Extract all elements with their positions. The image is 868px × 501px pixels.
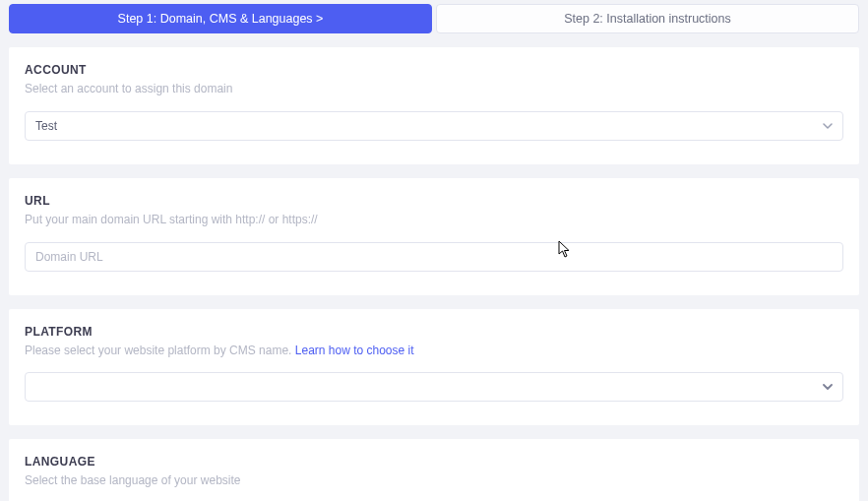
language-title: LANGUAGE xyxy=(25,455,843,469)
platform-card: PLATFORM Please select your website plat… xyxy=(9,309,859,426)
language-card: LANGUAGE Select the base language of you… xyxy=(9,439,859,501)
url-input[interactable] xyxy=(35,243,813,271)
step-tab-2[interactable]: Step 2: Installation instructions xyxy=(436,4,859,33)
platform-subtitle-text: Please select your website platform by C… xyxy=(25,344,295,357)
account-select[interactable]: Test xyxy=(25,111,843,141)
url-subtitle: Put your main domain URL starting with h… xyxy=(25,212,843,228)
step-tab-2-label: Step 2: Installation instructions xyxy=(564,12,731,26)
account-subtitle: Select an account to assign this domain xyxy=(25,81,843,97)
language-subtitle: Select the base language of your website xyxy=(25,472,843,489)
platform-subtitle: Please select your website platform by C… xyxy=(25,343,843,359)
platform-select[interactable] xyxy=(25,372,843,402)
account-title: ACCOUNT xyxy=(25,63,843,77)
chevron-down-icon xyxy=(823,121,833,131)
account-select-value: Test xyxy=(35,119,57,133)
step-tabs: Step 1: Domain, CMS & Languages > Step 2… xyxy=(9,0,859,33)
chevron-down-icon xyxy=(823,382,833,392)
account-card: ACCOUNT Select an account to assign this… xyxy=(9,47,859,164)
url-card: URL Put your main domain URL starting wi… xyxy=(9,178,859,295)
url-input-wrap[interactable] xyxy=(25,242,843,272)
step-tab-1[interactable]: Step 1: Domain, CMS & Languages > xyxy=(9,4,432,33)
step-tab-1-label: Step 1: Domain, CMS & Languages > xyxy=(118,12,324,26)
url-title: URL xyxy=(25,194,843,208)
platform-learn-link[interactable]: Learn how to choose it xyxy=(295,344,414,357)
platform-title: PLATFORM xyxy=(25,325,843,339)
